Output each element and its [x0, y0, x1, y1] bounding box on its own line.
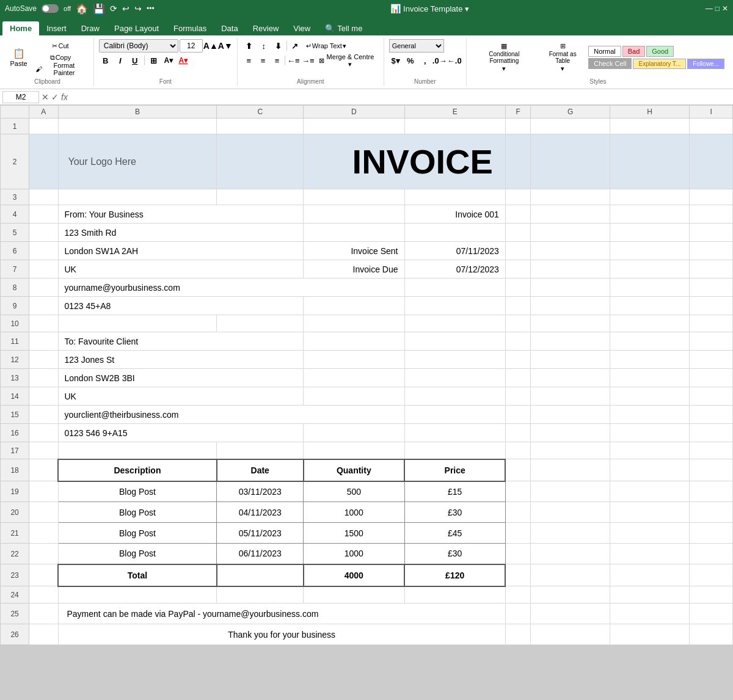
cell-g26[interactable]: [531, 624, 610, 645]
cell-c19[interactable]: 03/11/2023: [217, 481, 304, 502]
cell-d13[interactable]: [304, 369, 404, 387]
cell-c21[interactable]: 05/11/2023: [217, 523, 304, 544]
cell-b24[interactable]: [58, 586, 217, 603]
cell-i14[interactable]: [690, 387, 733, 406]
cell-f25[interactable]: [505, 603, 530, 624]
home-icon[interactable]: 🏠: [76, 3, 88, 15]
cell-bcd15[interactable]: yourclient@theirbusiness.com: [58, 406, 404, 424]
cell-d18[interactable]: Quantity: [304, 459, 404, 481]
cell-e8[interactable]: [404, 279, 505, 297]
cell-i23[interactable]: [690, 564, 733, 586]
cell-b3[interactable]: [58, 189, 217, 205]
cell-bc13[interactable]: London SW2B 3BI: [58, 369, 304, 387]
cell-g1[interactable]: [531, 118, 610, 134]
cell-a26[interactable]: [29, 624, 58, 645]
cell-e20[interactable]: £30: [404, 502, 505, 523]
cell-bc7[interactable]: UK: [58, 260, 304, 279]
cell-a19[interactable]: [29, 481, 58, 502]
cell-h6[interactable]: [610, 242, 690, 260]
cell-h3[interactable]: [610, 189, 690, 205]
cell-a14[interactable]: [29, 387, 58, 406]
cell-h20[interactable]: [610, 502, 690, 523]
cell-i13[interactable]: [690, 369, 733, 387]
cell-d6[interactable]: Invoice Sent: [304, 242, 404, 260]
cell-a9[interactable]: [29, 297, 58, 315]
cell-f7[interactable]: [505, 260, 530, 279]
cell-i10[interactable]: [690, 315, 733, 332]
cell-i18[interactable]: [690, 459, 733, 481]
cell-a2[interactable]: [29, 134, 58, 189]
cell-f4[interactable]: [505, 205, 530, 224]
cell-i26[interactable]: [690, 624, 733, 645]
cell-d20[interactable]: 1000: [304, 502, 404, 523]
cell-d7[interactable]: Invoice Due: [304, 260, 404, 279]
cell-h21[interactable]: [610, 523, 690, 544]
cell-f12[interactable]: [505, 351, 530, 369]
cell-i12[interactable]: [690, 351, 733, 369]
dropdown-icon[interactable]: ▾: [465, 4, 469, 13]
cell-f13[interactable]: [505, 369, 530, 387]
minimize-icon[interactable]: —: [706, 4, 713, 13]
cell-c24[interactable]: [217, 586, 304, 603]
tab-view[interactable]: View: [286, 21, 318, 35]
cell-e19[interactable]: £15: [404, 481, 505, 502]
cell-f2[interactable]: [505, 134, 530, 189]
cell-h25[interactable]: [610, 603, 690, 624]
cell-g6[interactable]: [531, 242, 610, 260]
cell-g11[interactable]: [531, 332, 610, 351]
number-format-select[interactable]: General: [389, 39, 444, 53]
cell-e17[interactable]: [404, 442, 505, 459]
cell-a17[interactable]: [29, 442, 58, 459]
align-middle-button[interactable]: ↕: [257, 39, 271, 53]
cell-g3[interactable]: [531, 189, 610, 205]
redo-icon[interactable]: ↪: [134, 4, 142, 13]
conditional-formatting-button[interactable]: ▦ Conditional Formatting ▾: [472, 39, 537, 76]
cell-i20[interactable]: [690, 502, 733, 523]
style-bad[interactable]: Bad: [622, 46, 646, 57]
percent-button[interactable]: %: [404, 54, 417, 67]
cell-e10[interactable]: [404, 315, 505, 332]
italic-button[interactable]: I: [114, 54, 127, 67]
cell-h19[interactable]: [610, 481, 690, 502]
style-followed[interactable]: Followe...: [687, 59, 724, 69]
cell-bc16[interactable]: 0123 546 9+A15: [58, 424, 304, 442]
cell-g15[interactable]: [531, 406, 610, 424]
style-good[interactable]: Good: [646, 46, 674, 57]
cell-d11[interactable]: [304, 332, 404, 351]
cell-a15[interactable]: [29, 406, 58, 424]
cell-g9[interactable]: [531, 297, 610, 315]
cell-e1[interactable]: [404, 118, 505, 134]
format-painter-button[interactable]: 🖌 Format Painter: [32, 64, 89, 75]
cell-e23[interactable]: £120: [404, 564, 505, 586]
align-right-button[interactable]: ≡: [271, 54, 283, 67]
cell-bc11[interactable]: To: Favourite Client: [58, 332, 304, 351]
cell-i17[interactable]: [690, 442, 733, 459]
cell-c1[interactable]: [217, 118, 304, 134]
cell-i21[interactable]: [690, 523, 733, 544]
cell-h4[interactable]: [610, 205, 690, 224]
align-left-button[interactable]: ≡: [243, 54, 255, 67]
cell-f18[interactable]: [505, 459, 530, 481]
cell-g24[interactable]: [531, 586, 610, 603]
cell-f23[interactable]: [505, 564, 530, 586]
font-size-input[interactable]: [180, 39, 203, 53]
cell-f3[interactable]: [505, 189, 530, 205]
paste-button[interactable]: 📋 Paste: [6, 39, 31, 76]
col-header-b[interactable]: B: [58, 106, 217, 118]
cell-d19[interactable]: 500: [304, 481, 404, 502]
cell-i22[interactable]: [690, 544, 733, 564]
cell-h16[interactable]: [610, 424, 690, 442]
cell-f11[interactable]: [505, 332, 530, 351]
cell-a8[interactable]: [29, 279, 58, 297]
cell-g17[interactable]: [531, 442, 610, 459]
cell-e7[interactable]: 07/12/2023: [404, 260, 505, 279]
cell-g8[interactable]: [531, 279, 610, 297]
cell-e21[interactable]: £45: [404, 523, 505, 544]
cell-h22[interactable]: [610, 544, 690, 564]
tab-formulas[interactable]: Formulas: [166, 21, 214, 35]
cell-b1[interactable]: [58, 118, 217, 134]
cell-e3[interactable]: [404, 189, 505, 205]
close-icon[interactable]: ✕: [722, 4, 728, 13]
cell-reference-input[interactable]: [2, 91, 39, 103]
cell-a4[interactable]: [29, 205, 58, 224]
